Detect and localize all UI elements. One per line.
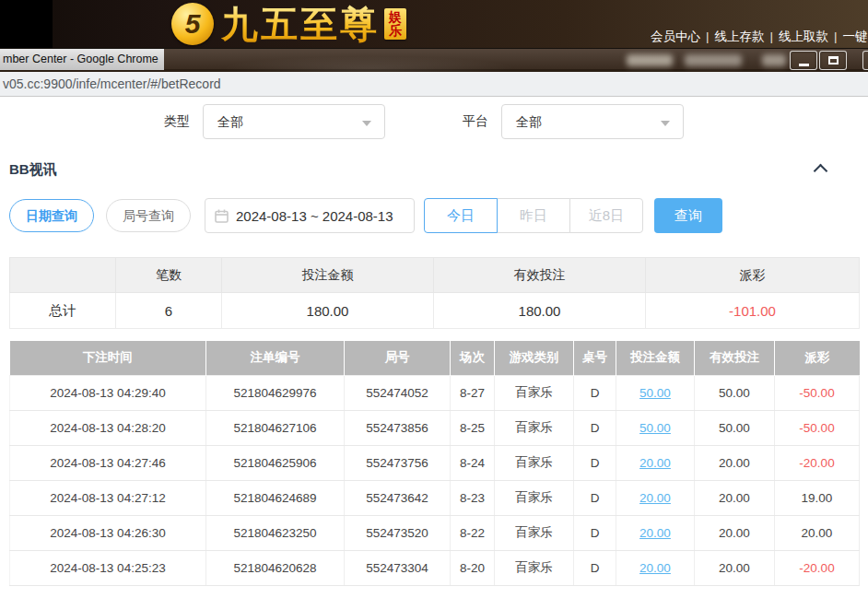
cell-bet-id: 521804624689 — [206, 480, 345, 515]
bet-amount-link[interactable]: 50.00 — [639, 386, 671, 400]
header-bet-id: 注单编号 — [206, 341, 345, 375]
summary-total-row: 总计 6 180.00 180.00 -101.00 — [10, 293, 860, 329]
bet-amount-link[interactable]: 20.00 — [639, 491, 671, 505]
yesterday-button[interactable]: 昨日 — [497, 198, 570, 233]
logo-title: 九五至尊 — [221, 0, 380, 48]
window-controls — [790, 51, 847, 70]
nav-separator: | — [834, 29, 838, 43]
cell-session: 8-27 — [451, 375, 495, 410]
nav-separator: | — [770, 29, 774, 43]
header-session: 场次 — [451, 341, 495, 375]
cell-bet-time: 2024-08-13 04:27:12 — [10, 480, 206, 515]
summary-header-valid-bet: 有效投注 — [434, 258, 646, 293]
blurred-account-info — [685, 54, 742, 66]
cell-bet-time: 2024-08-13 04:28:20 — [10, 410, 206, 445]
cell-game-type: 百家乐 — [495, 480, 574, 515]
search-button[interactable]: 查询 — [654, 198, 722, 233]
logo-entertainment-badge: 娱乐 — [384, 8, 406, 40]
site-logo: 5 九五至尊 娱乐 — [171, 1, 406, 47]
summary-header-row: 笔数 投注金额 有效投注 派彩 — [10, 258, 860, 293]
header-bet-time: 下注时间 — [10, 341, 206, 375]
blurred-account-info — [627, 54, 673, 66]
cell-game-type: 百家乐 — [495, 550, 574, 585]
cell-valid-bet: 20.00 — [695, 550, 775, 585]
cell-bet-amount: 20.00 — [616, 480, 695, 515]
filter-row: 类型 全部 平台 全部 — [9, 104, 859, 139]
bet-table-body: 2024-08-13 04:29:40 521804629976 5524740… — [10, 375, 860, 585]
cell-bet-id: 521804625906 — [206, 445, 345, 480]
cell-session: 8-20 — [451, 550, 495, 585]
nav-online-withdraw[interactable]: 线上取款 — [779, 29, 828, 43]
cell-bet-id: 521804620628 — [206, 550, 345, 585]
summary-count-value: 6 — [116, 293, 222, 329]
last8days-button[interactable]: 近8日 — [569, 198, 643, 233]
site-nav: 会员中心|线上存款|线上取款|一键回 — [651, 29, 868, 45]
today-button[interactable]: 今日 — [424, 198, 498, 233]
section-header: BB视讯 — [9, 161, 859, 182]
site-banner: 5 九五至尊 娱乐 会员中心|线上存款|线上取款|一键回 — [0, 0, 868, 48]
summary-table: 笔数 投注金额 有效投注 派彩 总计 6 180.00 180.00 -101.… — [9, 257, 860, 329]
header-table-no: 桌号 — [574, 341, 616, 375]
cell-session: 8-25 — [451, 410, 495, 445]
cell-valid-bet: 20.00 — [695, 515, 775, 550]
nav-member-center[interactable]: 会员中心 — [651, 29, 700, 43]
summary-header-bet-amount: 投注金额 — [222, 258, 434, 293]
bet-amount-link[interactable]: 20.00 — [639, 561, 671, 575]
header-payout: 派彩 — [775, 341, 860, 375]
nav-online-deposit[interactable]: 线上存款 — [715, 29, 765, 43]
bet-amount-link[interactable]: 20.00 — [639, 456, 671, 470]
cell-bet-time: 2024-08-13 04:29:40 — [10, 375, 206, 410]
cell-payout: 19.00 — [775, 480, 860, 515]
cell-round-id: 552474052 — [345, 375, 451, 410]
cell-bet-amount: 50.00 — [616, 375, 695, 410]
query-toolbar: 日期查询 局号查询 2024-08-13 ~ 2024-08-13 今日 昨日 … — [9, 198, 859, 233]
cell-bet-amount: 20.00 — [616, 515, 695, 550]
table-row: 2024-08-13 04:27:12 521804624689 5524736… — [10, 480, 860, 515]
chevron-down-icon — [362, 121, 371, 126]
cell-round-id: 552473756 — [345, 445, 451, 480]
cell-payout: -20.00 — [775, 550, 860, 585]
cell-valid-bet: 50.00 — [695, 375, 775, 410]
cell-bet-amount: 50.00 — [616, 410, 695, 445]
cell-round-id: 552473856 — [345, 410, 451, 445]
type-select[interactable]: 全部 — [203, 104, 385, 139]
summary-total-label: 总计 — [10, 293, 116, 329]
cell-session: 8-24 — [451, 445, 495, 480]
quick-date-group: 今日 昨日 近8日 — [424, 198, 643, 233]
cell-round-id: 552473304 — [345, 550, 451, 585]
nav-one-key[interactable]: 一键回 — [843, 29, 868, 43]
summary-header-blank — [10, 258, 116, 293]
chevron-up-icon[interactable] — [815, 163, 826, 173]
logo-number: 5 — [185, 8, 201, 40]
maximize-button[interactable] — [819, 51, 847, 70]
cell-valid-bet: 20.00 — [695, 445, 775, 480]
date-range-input[interactable]: 2024-08-13 ~ 2024-08-13 — [205, 198, 415, 233]
cell-payout: 20.00 — [775, 515, 860, 550]
close-button[interactable] — [862, 51, 868, 70]
type-label: 类型 — [164, 113, 190, 130]
summary-header-count: 笔数 — [116, 258, 222, 293]
window-title: mber Center - Google Chrome — [0, 49, 164, 70]
date-query-button[interactable]: 日期查询 — [9, 199, 94, 232]
cell-table-no: D — [574, 550, 616, 585]
type-select-value: 全部 — [217, 114, 243, 129]
cell-table-no: D — [574, 515, 616, 550]
cell-bet-amount: 20.00 — [616, 550, 695, 585]
platform-label: 平台 — [463, 113, 488, 130]
minimize-button[interactable] — [790, 51, 817, 70]
cell-payout: -50.00 — [775, 375, 860, 410]
table-row: 2024-08-13 04:28:20 521804627106 5524738… — [10, 410, 860, 445]
section-title: BB视讯 — [9, 161, 57, 177]
header-round-id: 局号 — [345, 341, 451, 375]
cell-bet-id: 521804627106 — [206, 410, 345, 445]
round-query-button[interactable]: 局号查询 — [106, 199, 191, 232]
bet-amount-link[interactable]: 50.00 — [639, 421, 671, 435]
summary-bet-amount-value: 180.00 — [222, 293, 434, 329]
header-bet-amount: 投注金额 — [616, 341, 695, 375]
summary-payout-value: -101.00 — [646, 293, 860, 329]
summary-valid-bet-value: 180.00 — [434, 293, 646, 329]
bet-amount-link[interactable]: 20.00 — [639, 526, 671, 540]
window-titlebar: mber Center - Google Chrome — [0, 48, 868, 72]
platform-select[interactable]: 全部 — [501, 104, 684, 139]
cell-table-no: D — [574, 480, 616, 515]
